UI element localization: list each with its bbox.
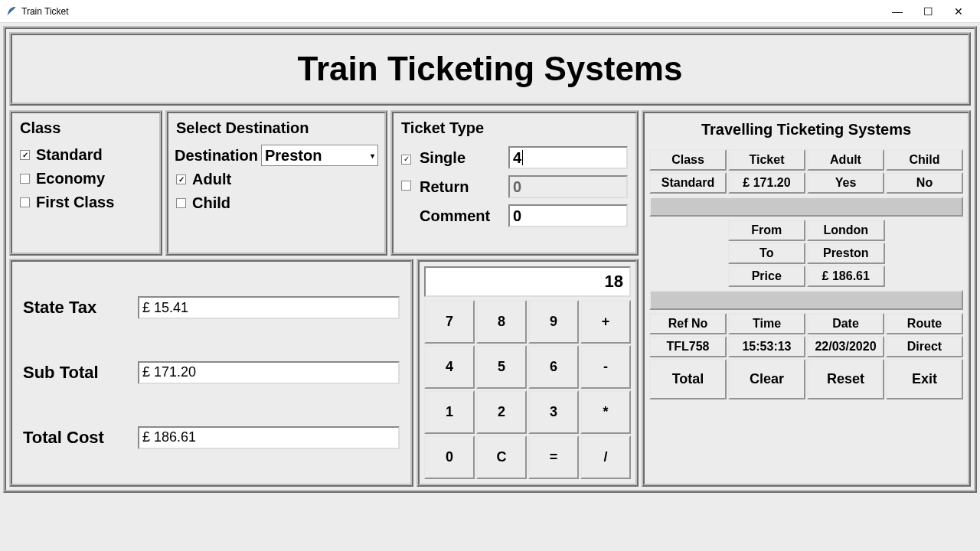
calc-key-3[interactable]: 3 — [528, 390, 579, 434]
calc-key-*[interactable]: * — [580, 390, 631, 434]
calc-key-C[interactable]: C — [476, 435, 527, 479]
calc-key-2[interactable]: 2 — [476, 390, 527, 434]
return-input[interactable]: 0 — [508, 175, 628, 198]
single-checkbox[interactable]: ✓ — [401, 155, 411, 165]
receipt-header-0: Class — [649, 149, 727, 171]
receipt-title: Travelling Ticketing Systems — [649, 118, 963, 149]
sub-total-label: Sub Total — [23, 363, 130, 383]
calc-key-8[interactable]: 8 — [476, 300, 527, 344]
chevron-down-icon: ▾ — [371, 152, 374, 160]
single-label: Single — [420, 149, 504, 167]
calc-key-5[interactable]: 5 — [476, 345, 527, 389]
app-heading: Train Ticketing Systems — [298, 50, 683, 88]
checkbox-icon — [20, 174, 30, 184]
ticket-type-title: Ticket Type — [400, 118, 629, 143]
receipt-value-0: Standard — [649, 172, 727, 194]
total-cost-value[interactable]: £ 186.61 — [138, 426, 400, 449]
reset-button[interactable]: Reset — [807, 359, 884, 399]
return-checkbox[interactable] — [401, 181, 411, 191]
receipt-ref-value-2: 22/03/2020 — [807, 336, 884, 357]
comment-input[interactable]: 0 — [508, 204, 628, 227]
receipt-ref-header-1: Time — [728, 313, 805, 334]
label: Economy — [36, 170, 105, 187]
calc-key-/[interactable]: / — [580, 435, 631, 479]
to-label: To — [728, 243, 806, 264]
from-label: From — [728, 220, 806, 241]
single-input[interactable]: 4 — [508, 146, 628, 169]
calculator-panel: 18 789+456-123*0C=/ — [416, 259, 639, 487]
label: First Class — [36, 194, 114, 211]
label: Standard — [36, 146, 103, 164]
class-economy-option[interactable]: Economy — [18, 167, 153, 191]
window-titlebar: Train Ticket — ☐ ✕ — [0, 0, 980, 23]
class-title: Class — [18, 118, 153, 143]
calc-key-+[interactable]: + — [580, 300, 631, 344]
receipt-ref-header-2: Date — [807, 313, 884, 334]
destination-value: Preston — [265, 147, 322, 165]
window-title: Train Ticket — [21, 6, 69, 17]
checkbox-icon — [20, 197, 30, 207]
minimize-button[interactable]: — — [882, 1, 913, 22]
maximize-button[interactable]: ☐ — [913, 1, 943, 22]
calc-key-7[interactable]: 7 — [424, 300, 475, 344]
receipt-ref-value-1: 15:53:13 — [728, 336, 805, 357]
calc-key-9[interactable]: 9 — [528, 300, 579, 344]
price-label: Price — [728, 266, 806, 287]
separator — [649, 197, 963, 217]
totals-panel: State Tax £ 15.41 Sub Total £ 171.20 Tot… — [9, 259, 413, 487]
calc-key-1[interactable]: 1 — [424, 390, 475, 434]
ticket-type-panel: Ticket Type ✓ Single 4 Return 0 Comment — [390, 110, 639, 256]
destination-label: Destination — [175, 147, 258, 165]
receipt-value-2: Yes — [807, 172, 884, 194]
label: Child — [192, 194, 230, 212]
calc-key-=[interactable]: = — [528, 435, 579, 479]
comment-label: Comment — [420, 207, 504, 225]
receipt-header-2: Adult — [807, 149, 884, 171]
class-standard-option[interactable]: ✓ Standard — [18, 143, 153, 167]
sub-total-value[interactable]: £ 171.20 — [138, 361, 400, 384]
state-tax-label: State Tax — [23, 298, 130, 318]
close-button[interactable]: ✕ — [943, 1, 974, 22]
calc-key--[interactable]: - — [580, 345, 631, 389]
calc-key-6[interactable]: 6 — [528, 345, 579, 389]
state-tax-value[interactable]: £ 15.41 — [138, 296, 400, 319]
exit-button[interactable]: Exit — [886, 359, 963, 399]
app-banner: Train Ticketing Systems — [9, 32, 971, 106]
to-value: Preston — [807, 243, 885, 264]
class-first-option[interactable]: First Class — [18, 191, 153, 214]
class-panel: Class ✓ Standard Economy First Class — [9, 110, 162, 256]
destination-panel: Select Destination Destination Preston ▾… — [165, 110, 387, 256]
checkbox-icon — [176, 198, 186, 208]
total-button[interactable]: Total — [649, 359, 727, 399]
receipt-header-1: Ticket — [728, 149, 805, 171]
total-cost-label: Total Cost — [23, 428, 130, 448]
from-value: London — [807, 220, 885, 241]
checkbox-icon: ✓ — [176, 174, 186, 184]
receipt-ref-value-3: Direct — [886, 336, 963, 357]
child-option[interactable]: Child — [175, 191, 378, 215]
adult-option[interactable]: ✓ Adult — [175, 168, 378, 191]
calc-key-0[interactable]: 0 — [424, 435, 475, 479]
clear-button[interactable]: Clear — [728, 359, 805, 399]
receipt-ref-value-0: TFL758 — [649, 336, 727, 357]
receipt-value-3: No — [886, 172, 963, 194]
receipt-panel: Travelling Ticketing Systems ClassTicket… — [642, 110, 971, 487]
separator — [649, 290, 963, 310]
label: Adult — [192, 171, 231, 188]
receipt-value-1: £ 171.20 — [728, 172, 805, 194]
app-icon — [6, 6, 17, 17]
destination-select[interactable]: Preston ▾ — [261, 145, 378, 166]
calc-display[interactable]: 18 — [424, 266, 631, 297]
receipt-ref-header-0: Ref No — [649, 313, 727, 334]
destination-title: Select Destination — [175, 118, 378, 143]
calc-key-4[interactable]: 4 — [424, 345, 475, 389]
price-value: £ 186.61 — [807, 266, 885, 287]
receipt-header-3: Child — [886, 149, 963, 171]
receipt-ref-header-3: Route — [886, 313, 963, 334]
return-label: Return — [420, 178, 504, 196]
checkbox-icon: ✓ — [20, 150, 30, 160]
